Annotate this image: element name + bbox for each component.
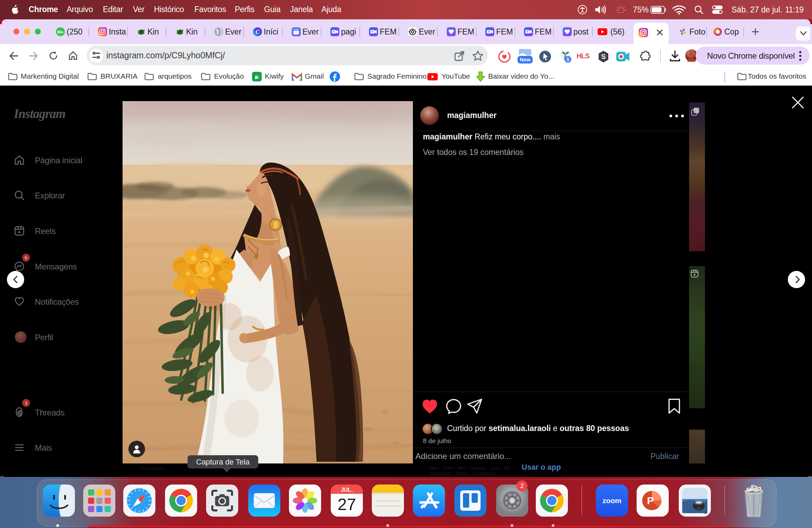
svg-text:1: 1 xyxy=(567,56,569,62)
svg-text:C: C xyxy=(255,29,260,35)
svg-text:JUL.: JUL. xyxy=(341,487,353,493)
svg-text:New: New xyxy=(520,57,531,62)
svg-text:S: S xyxy=(601,53,606,60)
svg-text:zoom: zoom xyxy=(602,497,621,505)
svg-text:27: 27 xyxy=(338,495,356,514)
svg-text:P: P xyxy=(647,495,654,506)
svg-text:99+: 99+ xyxy=(57,30,64,34)
